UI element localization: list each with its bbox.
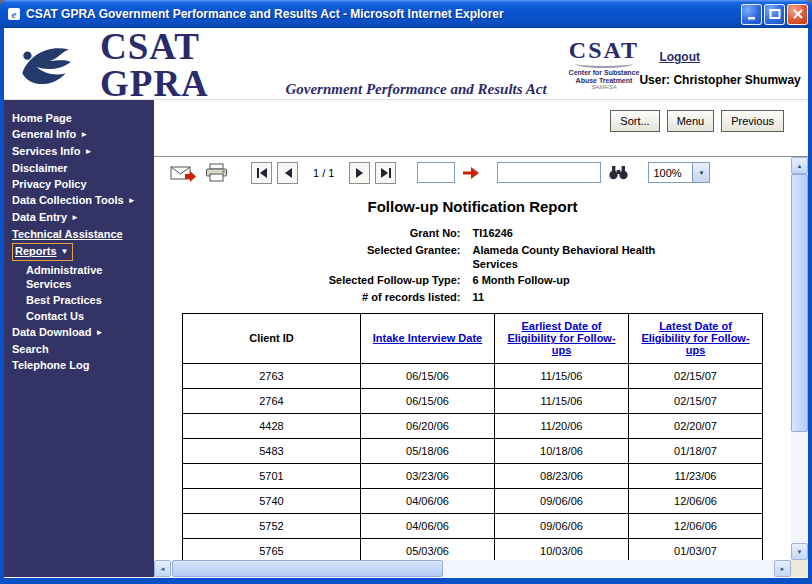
scroll-right-button[interactable]: ►	[774, 560, 791, 577]
print-button[interactable]	[203, 161, 230, 184]
horizontal-scrollbar[interactable]: ◄ ►	[154, 560, 808, 577]
table-cell: 11/23/06	[629, 463, 763, 488]
csat-logo-line2: Abuse Treatment	[569, 77, 640, 85]
table-row: 276306/15/0611/15/0602/15/07	[183, 363, 763, 388]
chevron-down-icon[interactable]: ▼	[692, 163, 709, 182]
sidebar-item-data-collection-tools[interactable]: Data Collection Tools►	[4, 192, 154, 209]
table-cell: 04/06/06	[361, 488, 495, 513]
table-cell: 11/15/06	[495, 388, 629, 413]
table-cell: 2763	[183, 363, 361, 388]
scroll-up-button[interactable]: ▲	[791, 157, 808, 174]
menu-button[interactable]: Menu	[667, 110, 715, 132]
sidebar-item-disclaimer[interactable]: Disclaimer	[4, 160, 154, 176]
last-page-button[interactable]	[375, 162, 396, 184]
table-cell: 12/06/06	[629, 488, 763, 513]
prev-page-button[interactable]	[277, 162, 298, 184]
table-cell: 5752	[183, 513, 361, 538]
find-button[interactable]	[606, 163, 631, 182]
report-fields: Grant No:TI16246 Selected Grantee:Alamed…	[173, 227, 773, 305]
main-area: Sort... Menu Previous	[154, 100, 808, 577]
table-cell: 5483	[183, 438, 361, 463]
table-cell: 06/20/06	[361, 413, 495, 438]
table-cell: 01/03/07	[629, 538, 763, 560]
brand-title: CSAT GPRA	[100, 28, 273, 102]
field-value: TI16246	[473, 227, 678, 241]
sort-button[interactable]: Sort...	[610, 110, 659, 132]
svg-text:e: e	[12, 8, 17, 20]
sidebar-nav: Home PageGeneral Info►Services Info►Disc…	[4, 100, 154, 577]
scroll-down-button[interactable]: ▼	[791, 543, 808, 560]
sidebar-item-technical-assistance[interactable]: Technical Assistance	[4, 226, 154, 242]
column-header-link[interactable]: Latest Date of Eligibility for Follow-up…	[641, 320, 749, 356]
page-header: CSAT GPRA Government Performance and Res…	[4, 28, 808, 100]
report-content: Follow-up Notification Report Grant No:T…	[154, 188, 791, 560]
csat-logo: CSAT Center for Substance Abuse Treatmen…	[569, 38, 640, 91]
horizontal-scroll-thumb[interactable]	[172, 560, 443, 577]
scroll-left-button[interactable]: ◄	[154, 560, 171, 577]
table-cell: 10/18/06	[495, 438, 629, 463]
report-toolbar: 1 / 1	[154, 157, 791, 188]
window-title: CSAT GPRA Government Performance and Res…	[26, 7, 741, 21]
sidebar-item-general-info[interactable]: General Info►	[4, 126, 154, 143]
zoom-select[interactable]: 100% ▼	[648, 162, 710, 183]
sidebar-item-home-page[interactable]: Home Page	[4, 110, 154, 126]
table-cell: 02/15/07	[629, 388, 763, 413]
table-cell: 05/03/06	[361, 538, 495, 560]
sidebar-item-contact-us[interactable]: Contact Us	[4, 308, 154, 324]
table-cell: 10/03/06	[495, 538, 629, 560]
account-block: Logout User: Christopher Shumway	[639, 42, 800, 87]
column-header-link[interactable]: Intake Interview Date	[373, 332, 482, 344]
close-icon	[791, 7, 805, 21]
search-text-input[interactable]	[497, 162, 601, 183]
sidebar-item-reports[interactable]: Reports▼	[4, 242, 154, 262]
sidebar-item-data-download[interactable]: Data Download►	[4, 324, 154, 341]
topbar: Sort... Menu Previous	[154, 100, 808, 156]
sidebar-item-services-info[interactable]: Services Info►	[4, 143, 154, 160]
maximize-icon	[768, 7, 782, 21]
report-table-body: 276306/15/0611/15/0602/15/07276406/15/06…	[183, 363, 763, 560]
table-row: 574004/06/0609/06/0612/06/06	[183, 488, 763, 513]
followup-table: Client ID Intake Interview Date Earliest…	[182, 313, 763, 560]
next-page-button[interactable]	[349, 162, 370, 184]
zoom-value: 100%	[649, 167, 692, 179]
last-page-icon	[380, 168, 392, 178]
column-header-link[interactable]: Earliest Date of Eligibility for Follow-…	[507, 320, 615, 356]
sidebar-item-privacy-policy[interactable]: Privacy Policy	[4, 176, 154, 192]
report-viewer: 1 / 1	[154, 156, 808, 560]
sidebar-item-search[interactable]: Search	[4, 341, 154, 357]
goto-page-button[interactable]	[460, 164, 482, 182]
column-header-earliest-date: Earliest Date of Eligibility for Follow-…	[495, 313, 629, 363]
maximize-button[interactable]	[764, 4, 785, 25]
vertical-scroll-thumb[interactable]	[791, 174, 808, 432]
minimize-button[interactable]	[741, 4, 762, 25]
horizontal-scroll-track[interactable]	[171, 560, 774, 577]
vertical-scrollbar[interactable]: ▲ ▼	[791, 157, 808, 560]
sidebar-item-label: Contact Us	[26, 310, 84, 322]
sidebar-item-administrative-services[interactable]: Administrative Services	[4, 262, 154, 292]
goto-page-input[interactable]	[417, 162, 455, 183]
chevron-right-icon: ►	[95, 328, 103, 337]
table-row: 576505/03/0610/03/0601/03/07	[183, 538, 763, 560]
sidebar-item-data-entry[interactable]: Data Entry►	[4, 209, 154, 226]
sidebar-item-best-practices[interactable]: Best Practices	[4, 292, 154, 308]
chevron-down-icon: ▼	[61, 247, 69, 256]
chevron-right-icon: ►	[128, 196, 136, 205]
field-label: Selected Follow-up Type:	[173, 274, 473, 288]
field-value: Alameda County Behavioral Health Service…	[473, 244, 678, 272]
table-row: 575204/06/0609/06/0612/06/06	[183, 513, 763, 538]
sidebar-item-label: Privacy Policy	[12, 178, 87, 190]
sidebar-item-label: General Info	[12, 128, 76, 140]
vertical-scroll-track[interactable]	[791, 174, 808, 543]
column-header-intake-date: Intake Interview Date	[361, 313, 495, 363]
table-cell: 03/23/06	[361, 463, 495, 488]
titlebar: e CSAT GPRA Government Performance and R…	[0, 0, 812, 28]
table-cell: 04/06/06	[361, 513, 495, 538]
sidebar-item-label: Telephone Log	[12, 359, 89, 371]
logout-link[interactable]: Logout	[659, 50, 700, 64]
export-button[interactable]	[168, 162, 198, 184]
first-page-button[interactable]	[251, 162, 272, 184]
close-button[interactable]	[787, 4, 808, 25]
previous-button[interactable]: Previous	[721, 110, 784, 132]
sidebar-item-label: Home Page	[12, 112, 72, 124]
sidebar-item-telephone-log[interactable]: Telephone Log	[4, 357, 154, 373]
